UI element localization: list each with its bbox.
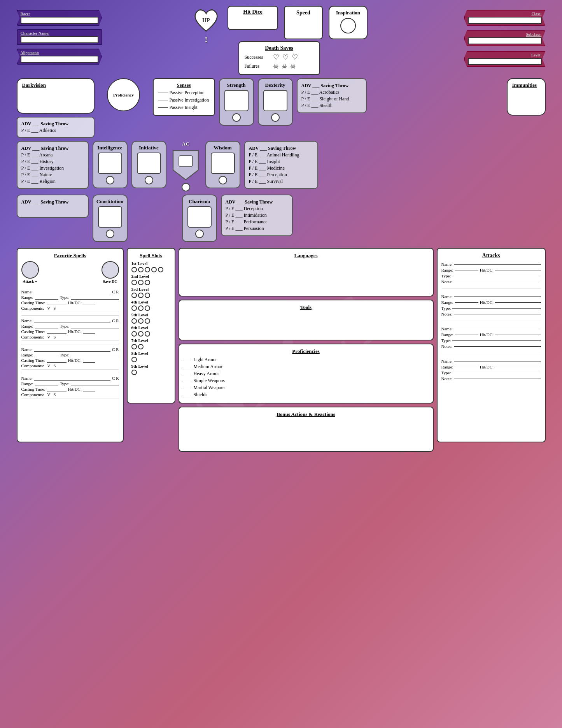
- spell-1-name-field[interactable]: [34, 289, 110, 294]
- slot-5-1[interactable]: [131, 318, 137, 324]
- light-armor-field[interactable]: [183, 361, 191, 361]
- subclass-input[interactable]: [468, 37, 542, 44]
- success-heart-1[interactable]: ♡: [273, 53, 279, 61]
- attack-2-notes-field[interactable]: [454, 314, 541, 314]
- save-dc-circle[interactable]: [102, 261, 119, 279]
- heavy-armor-field[interactable]: [183, 375, 191, 375]
- passive-perception-field[interactable]: [158, 93, 168, 93]
- languages-content[interactable]: [183, 261, 429, 292]
- slot-7-1[interactable]: [131, 344, 137, 349]
- attack-3-hitdc-field[interactable]: [495, 335, 541, 335]
- slot-2-3[interactable]: [145, 280, 150, 285]
- con-modifier[interactable]: [106, 230, 114, 238]
- str-modifier[interactable]: [232, 113, 241, 122]
- alignment-input[interactable]: [21, 56, 98, 63]
- attack-plus-circle[interactable]: [21, 261, 39, 279]
- dex-value[interactable]: [263, 90, 287, 111]
- cha-value[interactable]: [187, 206, 212, 228]
- slot-3-3[interactable]: [145, 293, 150, 298]
- speed-content[interactable]: [289, 16, 317, 35]
- attack-2-hitdc-field[interactable]: [495, 302, 541, 303]
- slot-4-3[interactable]: [145, 305, 150, 311]
- spell-3-type-field[interactable]: [71, 353, 119, 357]
- spell-3-casting-field[interactable]: [47, 358, 67, 363]
- spell-3-range-field[interactable]: [35, 353, 58, 357]
- passive-investigation-field[interactable]: [158, 100, 168, 100]
- martial-weapons-field[interactable]: [183, 389, 191, 389]
- spell-2-range-field[interactable]: [35, 324, 58, 328]
- attack-1-notes-field[interactable]: [454, 282, 541, 282]
- attack-3-range-field[interactable]: [455, 335, 478, 335]
- failure-skull-3[interactable]: ☠: [290, 63, 296, 70]
- wis-modifier[interactable]: [219, 176, 227, 184]
- spell-2-hitdc-field[interactable]: [83, 329, 95, 334]
- spell-4-casting-field[interactable]: [47, 387, 67, 391]
- attack-4-type-field[interactable]: [452, 373, 541, 373]
- slot-1-5[interactable]: [158, 267, 163, 272]
- slot-5-3[interactable]: [145, 318, 150, 324]
- attack-4-hitdc-field[interactable]: [495, 367, 541, 367]
- attack-3-name-field[interactable]: [454, 329, 541, 329]
- slot-7-2[interactable]: [138, 344, 144, 349]
- char-name-input[interactable]: [21, 36, 98, 43]
- success-heart-2[interactable]: ♡: [282, 53, 289, 61]
- slot-4-2[interactable]: [138, 305, 144, 311]
- slot-6-3[interactable]: [145, 331, 150, 337]
- attack-1-hitdc-field[interactable]: [495, 270, 541, 270]
- slot-6-1[interactable]: [131, 331, 137, 337]
- int-modifier[interactable]: [106, 176, 114, 184]
- spell-3-name-field[interactable]: [34, 347, 110, 352]
- simple-weapons-field[interactable]: [183, 382, 191, 382]
- spell-1-type-field[interactable]: [71, 295, 119, 300]
- spell-1-hitdc-field[interactable]: [83, 300, 95, 305]
- slot-4-1[interactable]: [131, 305, 137, 311]
- int-value[interactable]: [98, 153, 122, 174]
- spell-2-name-field[interactable]: [34, 318, 110, 323]
- slot-8-1[interactable]: [131, 357, 137, 362]
- class-input[interactable]: [468, 17, 542, 24]
- attack-2-type-field[interactable]: [452, 308, 541, 309]
- slot-3-1[interactable]: [131, 293, 137, 298]
- slot-1-1[interactable]: [131, 267, 137, 272]
- tools-content[interactable]: [183, 312, 429, 336]
- slot-1-4[interactable]: [151, 267, 157, 272]
- spell-2-casting-field[interactable]: [47, 329, 67, 334]
- attack-1-range-field[interactable]: [455, 270, 478, 270]
- attack-2-name-field[interactable]: [454, 296, 541, 297]
- slot-2-1[interactable]: [131, 280, 137, 285]
- attack-4-range-field[interactable]: [455, 367, 478, 367]
- slot-3-2[interactable]: [138, 293, 144, 298]
- spell-1-casting-field[interactable]: [47, 300, 67, 305]
- spell-4-name-field[interactable]: [34, 376, 110, 381]
- inspiration-circle[interactable]: [340, 18, 356, 33]
- attack-4-notes-field[interactable]: [454, 379, 541, 379]
- attack-3-type-field[interactable]: [452, 340, 541, 341]
- spell-4-range-field[interactable]: [35, 381, 58, 386]
- cha-modifier[interactable]: [195, 230, 204, 238]
- attack-3-notes-field[interactable]: [454, 346, 541, 347]
- initiative-modifier[interactable]: [145, 176, 153, 184]
- attack-1-type-field[interactable]: [452, 276, 541, 276]
- str-value[interactable]: [224, 90, 249, 111]
- con-value[interactable]: [98, 206, 122, 228]
- dex-modifier[interactable]: [271, 113, 280, 122]
- attack-1-name-field[interactable]: [454, 264, 541, 265]
- ac-shield-svg[interactable]: [171, 149, 200, 182]
- medium-armor-field[interactable]: [183, 368, 191, 368]
- initiative-value[interactable]: [137, 153, 161, 174]
- spell-4-type-field[interactable]: [71, 381, 119, 386]
- level-input[interactable]: [468, 58, 542, 65]
- success-heart-3[interactable]: ♡: [292, 53, 298, 61]
- attack-2-range-field[interactable]: [455, 302, 478, 303]
- slot-1-2[interactable]: [138, 267, 144, 272]
- spell-4-hitdc-field[interactable]: [83, 387, 95, 391]
- attack-4-name-field[interactable]: [454, 361, 541, 361]
- hit-dice-content[interactable]: [234, 15, 271, 27]
- failure-skull-1[interactable]: ☠: [273, 63, 278, 70]
- bonus-actions-content[interactable]: [183, 420, 429, 447]
- spell-1-range-field[interactable]: [35, 295, 58, 300]
- slot-1-3[interactable]: [145, 267, 150, 272]
- slot-9-1[interactable]: [131, 370, 137, 375]
- slot-2-2[interactable]: [138, 280, 144, 285]
- wis-value[interactable]: [211, 153, 235, 174]
